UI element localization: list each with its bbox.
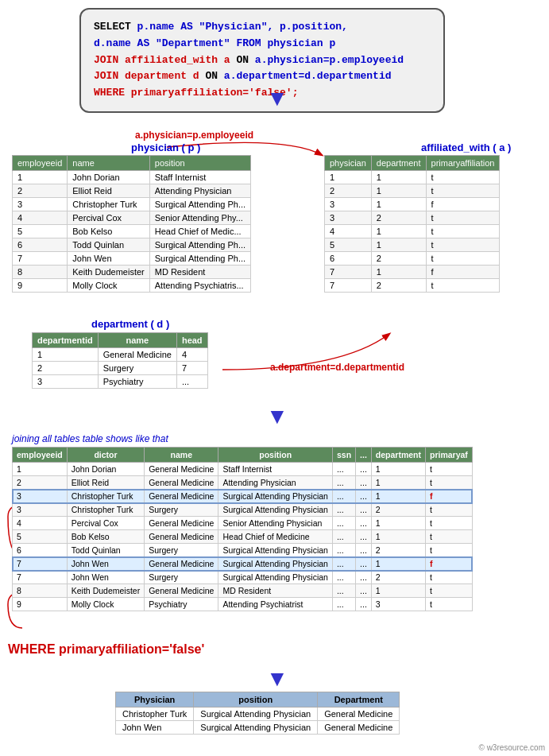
table-row: 5Bob KelsoGeneral MedicineHead Chief of …: [13, 530, 473, 544]
join-col-name: name: [145, 448, 218, 463]
watermark: © w3resource.com: [478, 743, 545, 752]
result-col-department: Department: [318, 692, 400, 708]
aff-col-physician: physician: [325, 156, 372, 171]
physician-col-position: position: [149, 156, 250, 171]
table-row: 3Christopher TurkGeneral MedicineSurgica…: [13, 490, 473, 503]
affiliated-table-title: affiliated_with ( a ): [421, 142, 511, 153]
table-row: 11t: [325, 171, 500, 184]
table-row: 1John DorianGeneral MedicineStaff Intern…: [13, 463, 473, 476]
dept-table-title: department ( d ): [91, 318, 169, 330]
sql-box: SELECT p.name AS "Physician", p.position…: [79, 8, 445, 113]
table-row: 8Keith DudemeisterGeneral MedicineMD Res…: [13, 584, 473, 598]
table-row: 41t: [325, 225, 500, 238]
table-row: 4Percival CoxGeneral MedicineSenior Atte…: [13, 517, 473, 530]
join-col-employeeid: employeeid: [13, 448, 68, 463]
table-row: 2Elliot ReidAttending Physician: [13, 184, 251, 198]
table-row: 6Todd QuinlanSurgical Attending Ph...: [13, 238, 251, 252]
sql-select: SELECT: [94, 21, 137, 33]
table-row: 8Keith DudemeisterMD Resident: [13, 266, 251, 279]
table-row: 32t: [325, 211, 500, 225]
table-row: 5Bob KelsoHead Chief of Medic...: [13, 225, 251, 238]
table-row: 2Elliot ReidGeneral MedicineAttending Ph…: [13, 476, 473, 490]
aff-col-department: department: [371, 156, 426, 171]
arrow-down-1: ▼: [266, 87, 288, 110]
result-col-position: position: [194, 692, 318, 708]
physician-col-name: name: [68, 156, 150, 171]
table-row: 3Psychiatry...: [33, 375, 208, 389]
where-label: WHERE primaryaffiliation='false': [8, 642, 204, 657]
dept-col-departmentid: departmentid: [33, 333, 99, 348]
table-row: Christopher TurkSurgical Attending Physi…: [116, 708, 400, 721]
table-row: 1General Medicine4: [33, 348, 208, 362]
table-row: 9Molly ClockPsychiatryAttending Psychiat…: [13, 598, 473, 611]
joining-text: joining all tables table shows like that: [12, 433, 168, 444]
dept-col-name: name: [98, 333, 176, 348]
join-table: employeeid dictor name position ssn ... …: [12, 447, 473, 611]
join-col-primaryaf: primaryaf: [426, 448, 473, 463]
dept-col-head: head: [176, 333, 207, 348]
arrow-down-2: ▼: [266, 405, 288, 428]
join-col-department: department: [371, 448, 425, 463]
affiliated-table: physician department primaryaffiliation …: [324, 155, 500, 293]
table-row: 3Christopher TurkSurgerySurgical Attendi…: [13, 503, 473, 517]
table-row: 9Molly ClockAttending Psychiatris...: [13, 279, 251, 293]
join-col-ssn: ssn: [332, 448, 355, 463]
join-col-position: position: [218, 448, 333, 463]
physician-join-label: a.physician=p.employeeid: [135, 130, 253, 141]
table-row: 71f: [325, 266, 500, 279]
table-row: 7John WenSurgical Attending Ph...: [13, 252, 251, 266]
join-col-dictor: dictor: [67, 448, 144, 463]
aff-col-primaryaffiliation: primaryaffiliation: [426, 156, 500, 171]
table-row: 2Surgery7: [33, 362, 208, 375]
table-row: 1John DorianStaff Internist: [13, 171, 251, 184]
department-table: departmentid name head 1General Medicine…: [32, 332, 208, 389]
table-row: 21t: [325, 184, 500, 198]
physician-table-title: physician ( p ): [131, 142, 200, 153]
join-col-ellipsis: ...: [356, 448, 372, 463]
physician-table: employeeid name position 1John DorianSta…: [12, 155, 251, 293]
table-row: 31f: [325, 198, 500, 211]
result-col-physician: Physician: [116, 692, 194, 708]
table-row: 4Percival CoxSenior Attending Phy...: [13, 211, 251, 225]
arrow-down-3: ▼: [266, 668, 288, 690]
table-row: 7John WenSurgerySurgical Attending Physi…: [13, 571, 473, 584]
table-row: 51t: [325, 238, 500, 252]
table-row: 72t: [325, 279, 500, 293]
table-row: John WenSurgical Attending PhysicianGene…: [116, 721, 400, 735]
result-table: Physician position Department Christophe…: [115, 692, 400, 735]
table-row: 62t: [325, 252, 500, 266]
dept-join-label: a.department=d.departmentid: [270, 362, 404, 373]
physician-col-employeeid: employeeid: [13, 156, 68, 171]
table-row: 6Todd QuinlanSurgerySurgical Attending P…: [13, 544, 473, 557]
table-row: 7John WenGeneral MedicineSurgical Attend…: [13, 557, 473, 571]
table-row: 3Christopher TurkSurgical Attending Ph..…: [13, 198, 251, 211]
